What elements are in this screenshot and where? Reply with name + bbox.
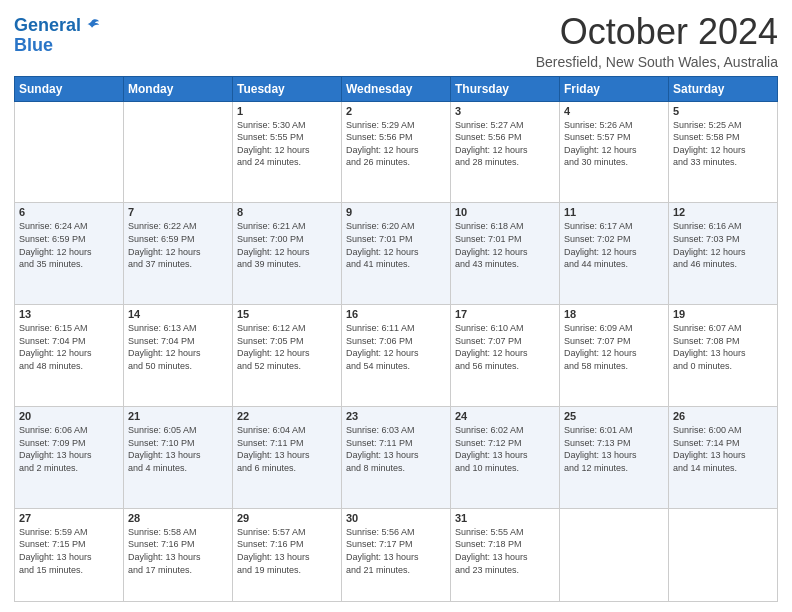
day-info: Sunrise: 6:16 AM Sunset: 7:03 PM Dayligh… xyxy=(673,220,773,270)
day-info: Sunrise: 5:59 AM Sunset: 7:15 PM Dayligh… xyxy=(19,526,119,576)
calendar-week-row: 6Sunrise: 6:24 AM Sunset: 6:59 PM Daylig… xyxy=(15,203,778,305)
day-number: 13 xyxy=(19,308,119,320)
table-row: 4Sunrise: 5:26 AM Sunset: 5:57 PM Daylig… xyxy=(560,101,669,203)
day-info: Sunrise: 5:56 AM Sunset: 7:17 PM Dayligh… xyxy=(346,526,446,576)
table-row: 13Sunrise: 6:15 AM Sunset: 7:04 PM Dayli… xyxy=(15,305,124,407)
day-number: 21 xyxy=(128,410,228,422)
day-info: Sunrise: 5:29 AM Sunset: 5:56 PM Dayligh… xyxy=(346,119,446,169)
page: General Blue October 2024 Beresfield, Ne… xyxy=(0,0,792,612)
day-number: 10 xyxy=(455,206,555,218)
calendar-week-row: 1Sunrise: 5:30 AM Sunset: 5:55 PM Daylig… xyxy=(15,101,778,203)
day-info: Sunrise: 6:24 AM Sunset: 6:59 PM Dayligh… xyxy=(19,220,119,270)
col-monday: Monday xyxy=(124,76,233,101)
day-info: Sunrise: 6:00 AM Sunset: 7:14 PM Dayligh… xyxy=(673,424,773,474)
day-number: 14 xyxy=(128,308,228,320)
day-number: 22 xyxy=(237,410,337,422)
day-info: Sunrise: 5:57 AM Sunset: 7:16 PM Dayligh… xyxy=(237,526,337,576)
table-row: 25Sunrise: 6:01 AM Sunset: 7:13 PM Dayli… xyxy=(560,407,669,509)
table-row xyxy=(560,508,669,601)
day-info: Sunrise: 6:12 AM Sunset: 7:05 PM Dayligh… xyxy=(237,322,337,372)
day-number: 27 xyxy=(19,512,119,524)
day-number: 26 xyxy=(673,410,773,422)
day-number: 17 xyxy=(455,308,555,320)
day-info: Sunrise: 6:05 AM Sunset: 7:10 PM Dayligh… xyxy=(128,424,228,474)
col-friday: Friday xyxy=(560,76,669,101)
logo-text-line1: General xyxy=(14,16,81,36)
day-number: 6 xyxy=(19,206,119,218)
subtitle: Beresfield, New South Wales, Australia xyxy=(536,54,778,70)
day-info: Sunrise: 5:30 AM Sunset: 5:55 PM Dayligh… xyxy=(237,119,337,169)
day-info: Sunrise: 5:27 AM Sunset: 5:56 PM Dayligh… xyxy=(455,119,555,169)
day-number: 29 xyxy=(237,512,337,524)
table-row xyxy=(15,101,124,203)
day-number: 5 xyxy=(673,105,773,117)
day-number: 18 xyxy=(564,308,664,320)
day-info: Sunrise: 6:20 AM Sunset: 7:01 PM Dayligh… xyxy=(346,220,446,270)
table-row xyxy=(669,508,778,601)
table-row: 12Sunrise: 6:16 AM Sunset: 7:03 PM Dayli… xyxy=(669,203,778,305)
day-info: Sunrise: 6:10 AM Sunset: 7:07 PM Dayligh… xyxy=(455,322,555,372)
logo-bird-icon xyxy=(83,17,101,35)
col-thursday: Thursday xyxy=(451,76,560,101)
day-number: 8 xyxy=(237,206,337,218)
day-number: 12 xyxy=(673,206,773,218)
day-info: Sunrise: 6:11 AM Sunset: 7:06 PM Dayligh… xyxy=(346,322,446,372)
day-number: 11 xyxy=(564,206,664,218)
calendar-week-row: 20Sunrise: 6:06 AM Sunset: 7:09 PM Dayli… xyxy=(15,407,778,509)
day-info: Sunrise: 5:25 AM Sunset: 5:58 PM Dayligh… xyxy=(673,119,773,169)
day-number: 30 xyxy=(346,512,446,524)
table-row: 10Sunrise: 6:18 AM Sunset: 7:01 PM Dayli… xyxy=(451,203,560,305)
table-row: 27Sunrise: 5:59 AM Sunset: 7:15 PM Dayli… xyxy=(15,508,124,601)
day-number: 2 xyxy=(346,105,446,117)
table-row: 15Sunrise: 6:12 AM Sunset: 7:05 PM Dayli… xyxy=(233,305,342,407)
calendar-header-row: Sunday Monday Tuesday Wednesday Thursday… xyxy=(15,76,778,101)
table-row: 6Sunrise: 6:24 AM Sunset: 6:59 PM Daylig… xyxy=(15,203,124,305)
table-row: 29Sunrise: 5:57 AM Sunset: 7:16 PM Dayli… xyxy=(233,508,342,601)
day-info: Sunrise: 6:04 AM Sunset: 7:11 PM Dayligh… xyxy=(237,424,337,474)
day-info: Sunrise: 6:02 AM Sunset: 7:12 PM Dayligh… xyxy=(455,424,555,474)
table-row: 3Sunrise: 5:27 AM Sunset: 5:56 PM Daylig… xyxy=(451,101,560,203)
day-number: 20 xyxy=(19,410,119,422)
day-number: 28 xyxy=(128,512,228,524)
title-section: October 2024 Beresfield, New South Wales… xyxy=(536,12,778,70)
day-info: Sunrise: 6:03 AM Sunset: 7:11 PM Dayligh… xyxy=(346,424,446,474)
table-row: 7Sunrise: 6:22 AM Sunset: 6:59 PM Daylig… xyxy=(124,203,233,305)
table-row: 19Sunrise: 6:07 AM Sunset: 7:08 PM Dayli… xyxy=(669,305,778,407)
day-info: Sunrise: 6:17 AM Sunset: 7:02 PM Dayligh… xyxy=(564,220,664,270)
table-row: 18Sunrise: 6:09 AM Sunset: 7:07 PM Dayli… xyxy=(560,305,669,407)
calendar-week-row: 13Sunrise: 6:15 AM Sunset: 7:04 PM Dayli… xyxy=(15,305,778,407)
day-number: 19 xyxy=(673,308,773,320)
table-row: 21Sunrise: 6:05 AM Sunset: 7:10 PM Dayli… xyxy=(124,407,233,509)
day-info: Sunrise: 6:01 AM Sunset: 7:13 PM Dayligh… xyxy=(564,424,664,474)
day-info: Sunrise: 5:55 AM Sunset: 7:18 PM Dayligh… xyxy=(455,526,555,576)
day-number: 4 xyxy=(564,105,664,117)
day-number: 16 xyxy=(346,308,446,320)
table-row: 31Sunrise: 5:55 AM Sunset: 7:18 PM Dayli… xyxy=(451,508,560,601)
day-info: Sunrise: 6:06 AM Sunset: 7:09 PM Dayligh… xyxy=(19,424,119,474)
day-number: 7 xyxy=(128,206,228,218)
day-number: 1 xyxy=(237,105,337,117)
day-number: 9 xyxy=(346,206,446,218)
day-info: Sunrise: 6:15 AM Sunset: 7:04 PM Dayligh… xyxy=(19,322,119,372)
table-row: 16Sunrise: 6:11 AM Sunset: 7:06 PM Dayli… xyxy=(342,305,451,407)
main-title: October 2024 xyxy=(536,12,778,52)
logo-text-line2: Blue xyxy=(14,36,53,56)
day-info: Sunrise: 6:22 AM Sunset: 6:59 PM Dayligh… xyxy=(128,220,228,270)
table-row: 28Sunrise: 5:58 AM Sunset: 7:16 PM Dayli… xyxy=(124,508,233,601)
day-number: 25 xyxy=(564,410,664,422)
day-number: 31 xyxy=(455,512,555,524)
table-row: 1Sunrise: 5:30 AM Sunset: 5:55 PM Daylig… xyxy=(233,101,342,203)
day-info: Sunrise: 6:09 AM Sunset: 7:07 PM Dayligh… xyxy=(564,322,664,372)
table-row: 26Sunrise: 6:00 AM Sunset: 7:14 PM Dayli… xyxy=(669,407,778,509)
day-number: 23 xyxy=(346,410,446,422)
table-row xyxy=(124,101,233,203)
col-wednesday: Wednesday xyxy=(342,76,451,101)
header: General Blue October 2024 Beresfield, Ne… xyxy=(14,12,778,70)
day-number: 24 xyxy=(455,410,555,422)
day-info: Sunrise: 5:26 AM Sunset: 5:57 PM Dayligh… xyxy=(564,119,664,169)
calendar-week-row: 27Sunrise: 5:59 AM Sunset: 7:15 PM Dayli… xyxy=(15,508,778,601)
table-row: 20Sunrise: 6:06 AM Sunset: 7:09 PM Dayli… xyxy=(15,407,124,509)
calendar: Sunday Monday Tuesday Wednesday Thursday… xyxy=(14,76,778,602)
col-tuesday: Tuesday xyxy=(233,76,342,101)
day-number: 15 xyxy=(237,308,337,320)
